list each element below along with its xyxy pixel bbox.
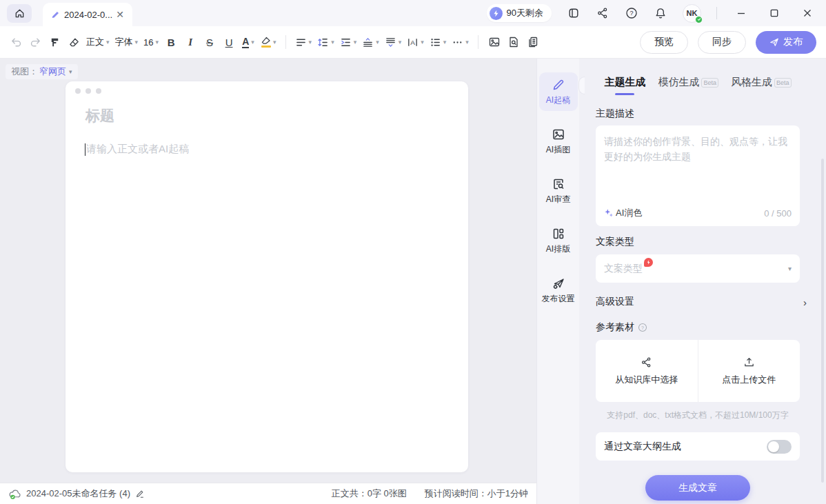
outline-generation-row: 通过文章大纲生成 — [596, 432, 800, 461]
help-icon[interactable]: ? — [625, 6, 638, 20]
reference-material-label: 参考素材 — [596, 321, 634, 334]
chevron-right-icon: › — [803, 296, 807, 308]
share-nodes-icon[interactable] — [596, 6, 610, 20]
doc-review-button[interactable] — [505, 32, 523, 52]
rename-task-icon[interactable] — [135, 489, 145, 498]
generation-tabs: 主题生成 模仿生成 Beta 风格生成 Beta — [596, 76, 800, 97]
highlighter-icon — [261, 37, 271, 45]
document-tab[interactable]: 2024-02-0... ✕ — [43, 3, 132, 26]
task-name: 2024-02-05未命名任务 (4) — [26, 487, 130, 500]
divider — [285, 35, 286, 49]
font-color-button[interactable]: A▾ — [239, 32, 257, 52]
sidebar-item-ai-layout[interactable]: AI排版 — [539, 221, 578, 260]
align-button[interactable]: ▾ — [293, 32, 314, 52]
panel-scrollbar[interactable] — [821, 159, 824, 483]
trial-remaining-badge[interactable]: 90天剩余 — [487, 4, 552, 22]
template-icon[interactable] — [567, 6, 581, 20]
user-avatar[interactable]: NK — [683, 4, 701, 23]
preview-button[interactable]: 预览 — [640, 31, 688, 54]
reference-source-cards: 从知识库中选择 点击上传文件 — [596, 340, 800, 402]
tab-close-icon[interactable]: ✕ — [114, 8, 125, 21]
outline-toggle[interactable] — [767, 440, 792, 454]
publish-settings-icon — [552, 276, 565, 290]
send-icon — [769, 37, 779, 47]
upload-file-button[interactable]: 点击上传文件 — [698, 340, 800, 402]
beta-badge: Beta — [774, 78, 792, 88]
editor-canvas: 视图： 窄网页 ▾ 标题 请输入正文或者AI起稿 — [0, 59, 536, 483]
letter-spacing-button[interactable]: A▾ — [405, 32, 426, 52]
paragraph-style-select[interactable]: 正文▾ — [84, 32, 112, 52]
sync-button[interactable]: 同步 — [698, 31, 746, 54]
topic-description-card: AI润色 0 / 500 — [596, 125, 800, 226]
ai-layout-icon — [552, 227, 565, 241]
chevron-down-icon: ▾ — [69, 68, 72, 75]
title-bar: 2024-02-0... ✕ 90天剩余 ? NK — [0, 0, 826, 26]
ai-image-icon — [552, 128, 565, 141]
space-above-paragraph-button[interactable]: ▾ — [360, 32, 381, 52]
chevron-down-icon: ▾ — [788, 265, 792, 272]
sidebar-item-ai-review[interactable]: AI审查 — [539, 172, 578, 210]
ai-polish-button[interactable]: AI润色 — [604, 207, 642, 219]
maximize-button[interactable] — [765, 4, 783, 22]
select-from-knowledge-base-button[interactable]: 从知识库中选择 — [596, 340, 698, 402]
reference-help-icon[interactable]: ? — [638, 323, 647, 332]
insert-image-button[interactable] — [485, 32, 503, 52]
sidebar-item-ai-draft[interactable]: AI起稿 — [539, 72, 578, 111]
topic-description-input[interactable] — [596, 125, 800, 194]
svg-text:A: A — [410, 38, 415, 46]
document-editor[interactable]: 标题 请输入正文或者AI起稿 — [66, 81, 468, 472]
format-painter-button[interactable] — [46, 32, 63, 52]
home-button[interactable] — [7, 4, 32, 23]
advanced-settings-row[interactable]: 高级设置 › — [596, 295, 800, 309]
clear-format-button[interactable] — [65, 32, 83, 52]
upload-hint: 支持pdf、doc、txt格式文档，不超过10M/100万字 — [596, 410, 800, 421]
text-cursor — [85, 143, 85, 156]
body-input-placeholder[interactable]: 请输入正文或者AI起稿 — [85, 143, 189, 156]
close-button[interactable] — [798, 4, 816, 22]
sidebar-item-ai-illustration[interactable]: AI插图 — [539, 122, 578, 161]
view-mode-select[interactable]: 视图： 窄网页 ▾ — [6, 64, 78, 79]
tab-topic-generation[interactable]: 主题生成 — [604, 76, 645, 95]
title-input-placeholder[interactable]: 标题 — [85, 106, 114, 125]
tab-imitation-generation[interactable]: 模仿生成 Beta — [658, 76, 718, 95]
generation-panel: 主题生成 模仿生成 Beta 风格生成 Beta 主题描述 AI润色 0 / 5… — [579, 59, 826, 504]
home-icon — [14, 8, 26, 19]
minimize-button[interactable] — [732, 4, 750, 22]
divider — [716, 7, 717, 19]
upload-icon — [743, 356, 755, 368]
topic-description-label: 主题描述 — [596, 108, 800, 120]
copy-document-button[interactable] — [524, 32, 542, 52]
more-tools-button[interactable]: ▾ — [450, 32, 471, 52]
strikethrough-button[interactable]: S — [201, 32, 219, 52]
redo-button[interactable] — [26, 32, 44, 52]
bold-button[interactable]: B — [162, 32, 180, 52]
svg-text:?: ? — [629, 10, 633, 17]
beta-badge: Beta — [701, 78, 718, 88]
highlight-color-button[interactable]: ▾ — [259, 32, 279, 52]
line-height-button[interactable]: ▾ — [315, 32, 336, 52]
tab-style-generation[interactable]: 风格生成 Beta — [731, 76, 792, 95]
body-word-count: 正文共：0字 0张图 — [332, 487, 407, 500]
pencil-icon — [51, 10, 60, 19]
bell-icon[interactable] — [654, 6, 667, 20]
copy-type-label: 文案类型 — [596, 236, 800, 248]
copy-type-select[interactable]: 文案类型 ▾ — [596, 254, 800, 283]
undo-button[interactable] — [7, 32, 25, 52]
divider — [478, 35, 479, 49]
app-window: 2024-02-0... ✕ 90天剩余 ? NK — [0, 0, 826, 504]
tab-title: 2024-02-0... — [64, 10, 114, 20]
font-size-select[interactable]: 16▾ — [141, 32, 161, 52]
generate-article-button[interactable]: 生成文章 — [645, 475, 750, 501]
space-below-paragraph-button[interactable]: ▾ — [383, 32, 404, 52]
sparkle-icon — [604, 208, 614, 218]
underline-button[interactable]: U — [220, 32, 238, 52]
panel-collapse-handle[interactable] — [578, 77, 585, 94]
publish-button[interactable]: 发布 — [756, 31, 816, 54]
char-counter: 0 / 500 — [764, 208, 792, 219]
font-family-select[interactable]: 字体▾ — [113, 32, 141, 52]
svg-text:?: ? — [641, 325, 644, 330]
bullet-list-button[interactable]: ▾ — [427, 32, 449, 52]
indent-button[interactable]: ▾ — [338, 32, 359, 52]
italic-button[interactable]: I — [181, 32, 199, 52]
sidebar-item-publish-settings[interactable]: 发布设置 — [539, 271, 578, 310]
